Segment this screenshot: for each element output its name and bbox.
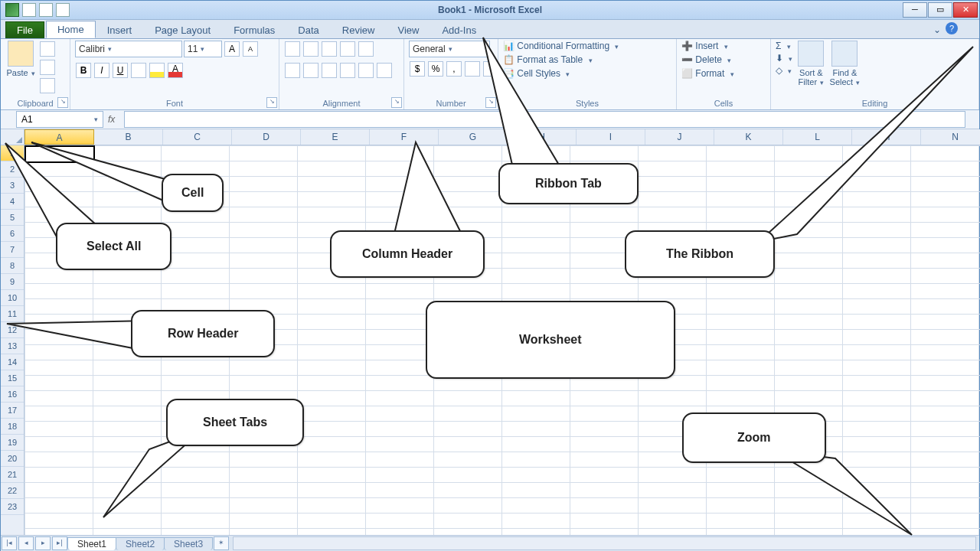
align-center-icon[interactable] [303,63,318,78]
bold-icon[interactable]: B [76,63,91,78]
align-bottom-icon[interactable] [322,41,337,57]
copy-icon[interactable] [40,60,55,75]
callout-row-header: Row Header [131,310,275,357]
align-left-icon[interactable] [285,63,300,78]
tab-insert[interactable]: Insert [96,21,144,38]
orientation-icon[interactable] [340,41,355,57]
tab-formulas[interactable]: Formulas [222,21,286,38]
fx-icon[interactable]: fx [108,114,115,125]
group-label-cells: Cells [681,99,766,109]
ribbon-tab-bar: File Home Insert Page Layout Formulas Da… [1,20,979,39]
paste-label: Paste [6,68,28,77]
row-header-20[interactable]: 20 [1,451,24,467]
underline-icon[interactable]: U [113,63,128,78]
fill-color-icon[interactable] [149,63,165,78]
row-header-18[interactable]: 18 [1,419,24,435]
percent-icon[interactable]: % [428,61,443,77]
tab-nav-prev-icon[interactable]: ◂ [18,536,34,550]
callout-column-header: Column Header [330,230,485,278]
align-middle-icon[interactable] [303,41,318,57]
group-label-font: Font [75,99,274,109]
align-top-icon[interactable] [285,41,300,57]
tab-review[interactable]: Review [331,21,387,38]
group-label-clipboard: Clipboard [5,99,65,109]
excel-icon [5,3,19,17]
column-header-E[interactable]: E [301,129,370,145]
name-box[interactable]: A1▾ [16,111,103,128]
maximize-button[interactable]: ▭ [928,2,952,18]
tab-view[interactable]: View [386,21,430,38]
tab-data[interactable]: Data [286,21,330,38]
italic-icon[interactable]: I [94,63,109,78]
row-header-16[interactable]: 16 [1,386,24,403]
tab-nav-next-icon[interactable]: ▸ [35,536,51,550]
callout-ribbon-tab: Ribbon Tab [498,163,639,204]
row-header-15[interactable]: 15 [1,370,24,386]
tab-nav-last-icon[interactable]: ▸| [52,536,67,550]
save-icon[interactable] [22,3,36,17]
row-header-22[interactable]: 22 [1,483,24,499]
font-size-select[interactable]: 11▾ [184,41,222,57]
row-header-21[interactable]: 21 [1,467,24,483]
row-header-14[interactable]: 14 [1,354,24,370]
comma-icon[interactable]: , [446,61,462,77]
callout-zoom: Zoom [682,412,826,463]
title-bar: Book1 - Microsoft Excel ─ ▭ ✕ [1,1,979,20]
help-icon[interactable]: ? [946,22,958,34]
row-header-8[interactable]: 8 [1,258,24,274]
row-header-9[interactable]: 9 [1,274,24,290]
row-header-17[interactable]: 17 [1,403,24,419]
format-painter-icon[interactable] [40,78,55,93]
callout-cell: Cell [162,174,224,212]
font-name-select[interactable]: Calibri▾ [75,41,182,57]
svg-marker-4 [759,47,973,242]
svg-marker-3 [393,142,462,240]
font-color-icon[interactable]: A [168,63,183,78]
sheet-tab-2[interactable]: Sheet2 [116,537,165,550]
shrink-font-icon[interactable]: A [243,41,258,57]
alignment-launcher-icon[interactable]: ↘ [391,97,402,108]
row-header-23[interactable]: 23 [1,499,24,515]
callout-worksheet: Worksheet [426,301,675,379]
clipboard-launcher-icon[interactable]: ↘ [57,97,68,108]
currency-icon[interactable]: $ [410,61,425,77]
file-tab[interactable]: File [5,21,44,38]
column-header-J[interactable]: J [645,129,714,145]
minimize-button[interactable]: ─ [903,2,927,18]
tab-nav-first-icon[interactable]: |◂ [2,536,17,550]
cut-icon[interactable] [40,41,55,57]
redo-icon[interactable] [56,3,70,17]
row-header-10[interactable]: 10 [1,290,24,306]
sheet-tab-1[interactable]: Sheet1 [67,537,116,550]
sheet-tab-3[interactable]: Sheet3 [164,537,213,550]
insert-cells-button[interactable]: ➕ Insert ▾ [681,41,728,51]
column-header-D[interactable]: D [232,129,301,145]
format-cells-button[interactable]: ⬜ Format ▾ [681,68,734,79]
tab-add-ins[interactable]: Add-Ins [430,21,488,38]
svg-marker-1 [483,37,560,171]
decrease-indent-icon[interactable] [340,63,355,78]
close-button[interactable]: ✕ [953,2,978,18]
undo-icon[interactable] [39,3,53,17]
row-header-19[interactable]: 19 [1,435,24,451]
align-right-icon[interactable] [322,63,337,78]
callout-the-ribbon: The Ribbon [625,230,775,278]
increase-indent-icon[interactable] [358,63,374,78]
wrap-text-icon[interactable] [358,41,374,57]
border-icon[interactable] [131,63,146,78]
tab-home[interactable]: Home [46,21,96,38]
svg-marker-5 [7,321,149,350]
group-label-alignment: Alignment [284,99,399,109]
minimize-ribbon-icon[interactable]: ⌄ [933,24,941,35]
tab-page-layout[interactable]: Page Layout [143,21,222,38]
row-header-7[interactable]: 7 [1,242,24,258]
delete-cells-button[interactable]: ➖ Delete ▾ [681,54,731,65]
grow-font-icon[interactable]: A [224,41,240,57]
merge-center-icon[interactable] [377,63,392,78]
svg-marker-7 [774,451,912,535]
font-launcher-icon[interactable]: ↘ [266,97,277,108]
new-sheet-icon[interactable]: ✶ [214,536,229,550]
paste-icon [8,41,34,67]
paste-button[interactable]: Paste▾ [5,41,36,77]
callout-sheet-tabs: Sheet Tabs [166,399,304,446]
